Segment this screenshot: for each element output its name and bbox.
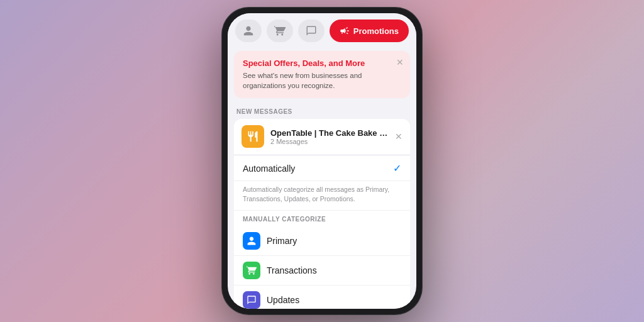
banner-title: Special Offers, Deals, and More	[243, 58, 401, 68]
promotions-tab-label: Promotions	[353, 26, 399, 36]
opentable-icon	[242, 125, 264, 148]
primary-icon	[243, 232, 260, 250]
message-count: 2 Messages	[270, 138, 389, 145]
cart-cat-icon	[247, 265, 257, 275]
transactions-icon	[243, 262, 260, 279]
person-cat-icon	[247, 236, 257, 246]
category-transactions[interactable]: Transactions	[234, 256, 410, 286]
tab-message[interactable]	[298, 19, 325, 42]
automatically-label: Automatically	[243, 164, 393, 174]
categorize-panel: Automatically ✓ Automatically categorize…	[234, 155, 410, 309]
banner-close-button[interactable]: ✕	[396, 57, 404, 67]
message-row[interactable]: OpenTable | The Cake Bake Shop a... 2 Me…	[234, 119, 410, 154]
primary-label: Primary	[267, 236, 297, 246]
message-icon-tab	[306, 25, 317, 36]
banner-text: See what's new from businesses and organ…	[243, 70, 401, 91]
special-offers-banner: Special Offers, Deals, and More See what…	[234, 51, 410, 98]
updates-label: Updates	[267, 295, 299, 305]
tab-cart[interactable]	[267, 19, 293, 42]
fork-knife-icon	[247, 130, 259, 143]
content-area: Special Offers, Deals, and More See what…	[228, 48, 416, 309]
category-primary[interactable]: Primary	[234, 226, 410, 256]
phone-screen: Promotions Special Offers, Deals, and Mo…	[228, 13, 416, 309]
megaphone-icon-tab	[340, 26, 350, 36]
manually-categorize-header: MANUALLY CATEGORIZE	[234, 211, 410, 226]
person-icon	[243, 25, 254, 36]
auto-description: Automatically categorize all messages as…	[234, 181, 410, 210]
message-close-button[interactable]: ✕	[395, 131, 402, 142]
category-updates[interactable]: Updates	[234, 286, 410, 309]
message-info: OpenTable | The Cake Bake Shop a... 2 Me…	[270, 128, 389, 145]
tab-person[interactable]	[235, 19, 262, 42]
message-sender: OpenTable | The Cake Bake Shop a...	[270, 128, 389, 138]
automatically-row[interactable]: Automatically ✓	[234, 156, 410, 181]
cart-icon	[274, 25, 286, 36]
phone-frame: Promotions Special Offers, Deals, and Mo…	[221, 7, 423, 315]
updates-icon	[243, 291, 260, 309]
tab-bar: Promotions	[228, 13, 416, 48]
new-messages-header: NEW MESSAGES	[228, 103, 416, 119]
tab-promotions[interactable]: Promotions	[330, 19, 409, 42]
auto-checkmark: ✓	[393, 162, 401, 174]
message-cat-icon	[247, 295, 257, 305]
transactions-label: Transactions	[267, 265, 317, 275]
